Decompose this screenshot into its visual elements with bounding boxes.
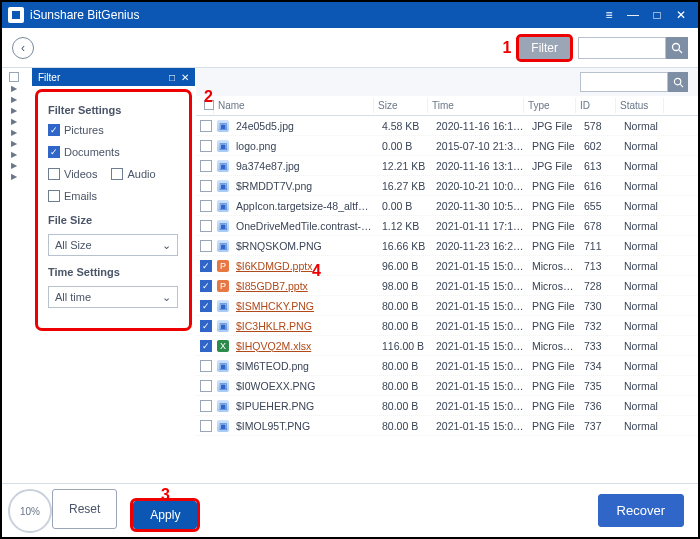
table-row[interactable]: ▣$IPUEHER.PNG80.00 B2021-01-15 15:01:07P…	[196, 396, 698, 416]
row-checkbox[interactable]	[200, 260, 212, 272]
tree-expand-icon[interactable]: ▶	[11, 172, 17, 181]
col-status[interactable]: Status	[616, 98, 664, 113]
chk-pictures[interactable]: Pictures	[48, 124, 104, 136]
col-name[interactable]: Name	[214, 98, 374, 113]
progress-circle: 10%	[8, 489, 52, 533]
chevron-down-icon: ⌄	[162, 291, 171, 304]
time-select[interactable]: All time ⌄	[48, 286, 178, 308]
search-icon[interactable]	[668, 72, 688, 92]
cell-name: $IPUEHER.PNG	[232, 400, 378, 412]
row-checkbox[interactable]	[200, 340, 212, 352]
table-row[interactable]: ▣$IMOL95T.PNG80.00 B2021-01-15 15:01:07P…	[196, 416, 698, 436]
menu-icon[interactable]: ≡	[598, 4, 620, 26]
filter-button[interactable]: Filter	[519, 37, 570, 59]
app-icon	[8, 7, 24, 23]
col-size[interactable]: Size	[374, 98, 428, 113]
apply-button[interactable]: Apply	[133, 501, 197, 529]
table-row[interactable]: ▣$I0WOEXX.PNG80.00 B2021-01-15 15:01:07P…	[196, 376, 698, 396]
table-row[interactable]: ▣AppIcon.targetsize-48_altform-lightunp0…	[196, 196, 698, 216]
cell-name: $I85GDB7.pptx	[232, 280, 378, 292]
row-checkbox[interactable]	[200, 300, 212, 312]
search-input[interactable]	[578, 37, 666, 59]
file-size-select[interactable]: All Size ⌄	[48, 234, 178, 256]
col-type[interactable]: Type	[524, 98, 576, 113]
chk-documents[interactable]: Documents	[48, 146, 120, 158]
table-row[interactable]: ▣logo.png0.00 B2015-07-10 21:30:42PNG Fi…	[196, 136, 698, 156]
row-checkbox[interactable]	[200, 200, 212, 212]
tree-expand-icon[interactable]: ▶	[11, 84, 17, 93]
row-checkbox[interactable]	[200, 320, 212, 332]
cell-type: PNG File	[528, 180, 580, 192]
cell-name: $IMOL95T.PNG	[232, 420, 378, 432]
row-checkbox[interactable]	[200, 220, 212, 232]
cell-name: $I6KDMGD.pptx	[232, 260, 378, 272]
close-icon[interactable]: ✕	[670, 4, 692, 26]
cell-size: 12.21 KB	[378, 160, 432, 172]
back-button[interactable]: ‹	[12, 37, 34, 59]
reset-button[interactable]: Reset	[52, 489, 117, 529]
row-checkbox[interactable]	[200, 280, 212, 292]
tree-checkbox[interactable]	[9, 72, 19, 82]
recover-button[interactable]: Recover	[598, 494, 684, 527]
table-row[interactable]: ▣24e05d5.jpg4.58 KB2020-11-16 16:15:51JP…	[196, 116, 698, 136]
filter-settings-title: Filter Settings	[48, 104, 179, 116]
col-id[interactable]: ID	[576, 98, 616, 113]
row-checkbox[interactable]	[200, 120, 212, 132]
tree-expand-icon[interactable]: ▶	[11, 117, 17, 126]
filter-panel-header: Filter □ ✕	[32, 68, 195, 86]
row-checkbox[interactable]	[200, 380, 212, 392]
filter-panel-maximize-icon[interactable]: □	[169, 72, 175, 83]
table-row[interactable]: P$I6KDMGD.pptx96.00 B2021-01-15 15:01:07…	[196, 256, 698, 276]
cell-id: 734	[580, 360, 620, 372]
chk-audio[interactable]: Audio	[111, 168, 155, 180]
file-type-icon: ▣	[217, 140, 229, 152]
file-type-icon: X	[217, 340, 229, 352]
cell-size: 0.00 B	[378, 200, 432, 212]
filter-panel: Filter □ ✕ 2 Filter Settings Pictures Do…	[32, 68, 195, 483]
minimize-icon[interactable]: ―	[622, 4, 644, 26]
cell-size: 96.00 B	[378, 260, 432, 272]
table-row[interactable]: ▣$IC3HKLR.PNG80.00 B2021-01-15 15:01:07P…	[196, 316, 698, 336]
chk-emails[interactable]: Emails	[48, 190, 97, 202]
maximize-icon[interactable]: □	[646, 4, 668, 26]
cell-time: 2021-01-15 15:01:07	[432, 420, 528, 432]
cell-type: PNG File	[528, 400, 580, 412]
cell-type: JPG File	[528, 160, 580, 172]
chk-videos[interactable]: Videos	[48, 168, 97, 180]
cell-size: 116.00 B	[378, 340, 432, 352]
tree-expand-icon[interactable]: ▶	[11, 95, 17, 104]
svg-rect-0	[12, 11, 20, 19]
cell-status: Normal	[620, 380, 668, 392]
cell-size: 16.66 KB	[378, 240, 432, 252]
chk-videos-label: Videos	[64, 168, 97, 180]
table-row[interactable]: ▣OneDriveMedTile.contrast-black_scale-11…	[196, 216, 698, 236]
col-time[interactable]: Time	[428, 98, 524, 113]
row-checkbox[interactable]	[200, 240, 212, 252]
cell-id: 733	[580, 340, 620, 352]
row-checkbox[interactable]	[200, 180, 212, 192]
row-checkbox[interactable]	[200, 160, 212, 172]
row-checkbox[interactable]	[200, 360, 212, 372]
row-checkbox[interactable]	[200, 140, 212, 152]
tree-expand-icon[interactable]: ▶	[11, 161, 17, 170]
table-row[interactable]: X$IHQVQ2M.xlsx116.00 B2021-01-15 15:01:0…	[196, 336, 698, 356]
tree-expand-icon[interactable]: ▶	[11, 106, 17, 115]
tree-expand-icon[interactable]: ▶	[11, 150, 17, 159]
panel-search-input[interactable]	[580, 72, 668, 92]
cell-time: 2021-01-11 17:15:27	[432, 220, 528, 232]
table-row[interactable]: ▣$ISMHCKY.PNG80.00 B2021-01-15 15:01:07P…	[196, 296, 698, 316]
row-checkbox[interactable]	[200, 400, 212, 412]
cell-status: Normal	[620, 360, 668, 372]
row-checkbox[interactable]	[200, 420, 212, 432]
tree-expand-icon[interactable]: ▶	[11, 128, 17, 137]
table-row[interactable]: ▣$RMDDT7V.png16.27 KB2020-10-21 10:07:34…	[196, 176, 698, 196]
filter-panel-close-icon[interactable]: ✕	[181, 72, 189, 83]
table-row[interactable]: ▣$RNQSKOM.PNG16.66 KB2020-11-23 16:25:33…	[196, 236, 698, 256]
search-icon[interactable]	[666, 37, 688, 59]
cell-time: 2021-01-15 15:01:07	[432, 300, 528, 312]
table-row[interactable]: ▣$IM6TEOD.png80.00 B2021-01-15 15:01:07P…	[196, 356, 698, 376]
tree-expand-icon[interactable]: ▶	[11, 139, 17, 148]
cell-status: Normal	[620, 180, 668, 192]
table-row[interactable]: ▣9a374e87.jpg12.21 KB2020-11-16 13:13:00…	[196, 156, 698, 176]
table-row[interactable]: P$I85GDB7.pptx98.00 B2021-01-15 15:01:07…	[196, 276, 698, 296]
